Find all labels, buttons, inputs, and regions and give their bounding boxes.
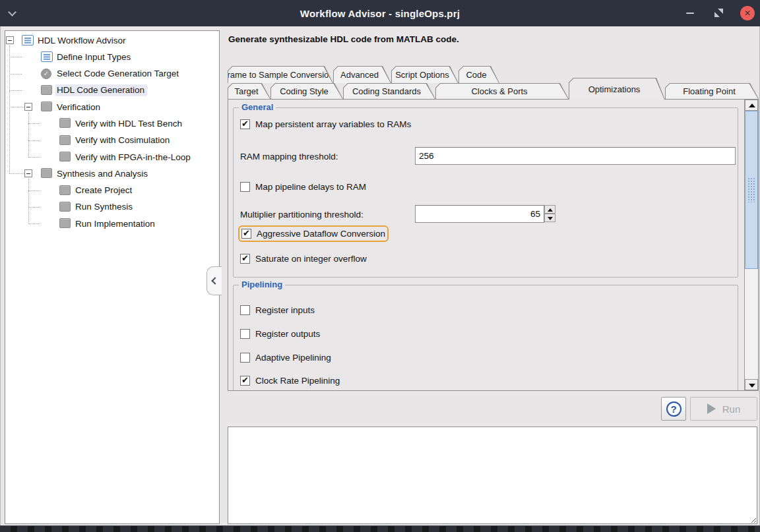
multiplier-threshold-label: Multiplier partitioning threshold: (240, 210, 364, 220)
tree-connector (9, 90, 22, 91)
tree-item-run-implementation[interactable]: Run Implementation (5, 216, 219, 232)
tab-target[interactable]: Target (228, 83, 270, 99)
tab-coding-standards[interactable]: Coding Standards (343, 83, 435, 99)
collapse-expander-icon[interactable] (6, 36, 14, 44)
task-icon (59, 135, 71, 145)
checkbox-adaptive-pipelining[interactable]: Adaptive Pipelining (240, 353, 331, 363)
triangle-down-icon (548, 217, 553, 220)
tree-connector (9, 74, 22, 74)
checkbox-register-outputs[interactable]: Register outputs (240, 329, 320, 339)
tree-item-verify-with-cosimulation[interactable]: Verify with Cosimulation (5, 133, 219, 149)
tree-connector (28, 123, 40, 124)
pipelining-group: Pipelining Register inputs Register outp… (233, 285, 738, 391)
tree-connector (28, 207, 40, 208)
checkbox-icon[interactable] (240, 353, 250, 363)
checkbox-icon[interactable] (240, 329, 250, 339)
checkbox-icon[interactable] (240, 182, 250, 192)
spinner-down-button[interactable] (544, 214, 555, 222)
titlebar: Workflow Advisor - singleOps.prj ✕ (0, 0, 760, 26)
tree-item-verify-with-fpga-in-the-loop[interactable]: Verify with FPGA-in-the-Loop (5, 149, 219, 165)
tree-item-create-project[interactable]: Create Project (5, 183, 219, 199)
triangle-up-icon (548, 208, 553, 212)
task-icon (59, 152, 71, 162)
run-button[interactable]: Run (690, 397, 757, 421)
tree-connector (28, 157, 40, 158)
tree-item-define-input-types[interactable]: Define Input Types (5, 49, 219, 65)
tree-item-verify-with-hdl-test-bench[interactable]: Verify with HDL Test Bench (5, 115, 219, 132)
task-icon (59, 118, 71, 128)
tree-connector (28, 223, 40, 224)
checkbox-register-inputs[interactable]: Register inputs (240, 305, 315, 315)
task-icon (59, 185, 71, 195)
checkbox-clock-rate-pipelining[interactable]: Clock Rate Pipelining (240, 376, 340, 386)
list-icon (22, 35, 34, 45)
chevron-left-icon (211, 277, 218, 284)
minimize-button[interactable] (686, 13, 694, 14)
vertical-scrollbar[interactable] (744, 100, 758, 390)
collapse-expander-icon[interactable] (24, 169, 32, 177)
checkbox-saturate-overflow[interactable]: Saturate on integer overflow (240, 254, 367, 264)
tree-connector (9, 107, 24, 107)
help-button[interactable]: ? (661, 397, 686, 421)
task-icon (41, 168, 52, 178)
ram-threshold-input[interactable] (415, 147, 736, 165)
scroll-down-button[interactable] (745, 379, 758, 390)
collapse-expander-icon[interactable] (24, 103, 32, 111)
scrollbar-thumb[interactable] (745, 111, 758, 269)
tree-item-run-synthesis[interactable]: Run Synthesis (5, 199, 219, 216)
window-bottom-edge (0, 525, 760, 532)
task-icon (59, 202, 71, 212)
scroll-up-button[interactable] (745, 100, 758, 111)
restore-icon (714, 12, 720, 17)
list-icon (41, 51, 53, 62)
tree-connector (9, 57, 22, 57)
close-button[interactable]: ✕ (740, 6, 755, 20)
checkbox-map-pipeline-delays[interactable]: Map pipeline delays to RAM (240, 182, 366, 192)
tab-frame-to-sample-conversion[interactable]: Frame to Sample Conversion (228, 66, 333, 83)
task-description: Generate synthesizable HDL code from MAT… (228, 34, 459, 44)
group-title: Pipelining (239, 280, 285, 289)
checkbox-icon[interactable] (240, 376, 250, 386)
check-circle-icon: ✓ (41, 69, 51, 79)
tab-code[interactable]: Code (459, 66, 499, 83)
tab-optimizations[interactable]: Optimizations (569, 78, 665, 100)
task-icon (59, 218, 71, 228)
tab-advanced[interactable]: Advanced (333, 66, 391, 83)
tab-floating-point[interactable]: Floating Point (665, 83, 759, 99)
window-title: Workflow Advisor - singleOps.prj (0, 8, 760, 19)
tree-item-verification[interactable]: Verification (5, 99, 219, 115)
restore-button[interactable] (714, 9, 723, 17)
multiplier-threshold-input[interactable] (415, 205, 544, 223)
tree-connector (9, 173, 24, 174)
tab-clocks-and-ports[interactable]: Clocks & Ports (435, 83, 569, 99)
tree-connector (28, 140, 40, 141)
optimizations-tab-panel: General Map persistent array variables t… (228, 99, 759, 391)
tab-coding-style[interactable]: Coding Style (270, 83, 343, 99)
workflow-tree: HDL Workflow Advisor Define Input Types … (5, 30, 220, 524)
task-icon (41, 85, 52, 95)
tree-connector (28, 191, 40, 191)
ram-threshold-label: RAM mapping threshold: (240, 152, 338, 162)
tree-item-hdl-workflow-advisor[interactable]: HDL Workflow Advisor (5, 32, 219, 49)
checkbox-aggressive-dataflow[interactable]: Aggressive Dataflow Conversion (241, 229, 385, 239)
spinner-up-button[interactable] (544, 205, 555, 214)
multiplier-threshold-spinner (415, 205, 555, 223)
checkbox-icon[interactable] (240, 119, 250, 129)
status-message-area[interactable] (228, 427, 757, 524)
play-icon (707, 403, 716, 414)
checkbox-icon[interactable] (241, 229, 251, 239)
tree-item-select-code-generation-target[interactable]: ✓ Select Code Generation Target (5, 66, 219, 82)
triangle-down-icon (749, 384, 755, 388)
help-icon: ? (666, 401, 681, 417)
task-icon (41, 102, 52, 111)
checkbox-map-persistent-arrays[interactable]: Map persistent array variables to RAMs (240, 119, 411, 129)
tree-item-hdl-code-generation[interactable]: HDL Code Generation (5, 82, 219, 99)
tab-script-options[interactable]: Script Options (391, 66, 459, 83)
checkbox-icon[interactable] (240, 254, 250, 264)
group-title: General (239, 102, 276, 112)
tree-item-synthesis-and-analysis[interactable]: Synthesis and Analysis (5, 165, 219, 182)
checkbox-icon[interactable] (240, 305, 250, 315)
triangle-up-icon (749, 103, 755, 107)
splitter-collapse-button[interactable] (206, 266, 222, 295)
general-group: General Map persistent array variables t… (233, 107, 738, 278)
